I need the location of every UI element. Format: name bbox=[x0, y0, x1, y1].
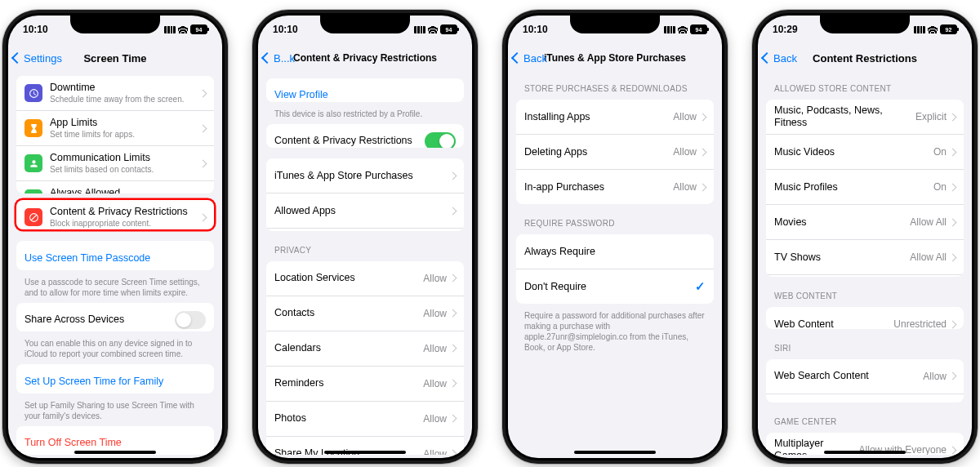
cell-value: Allow bbox=[423, 308, 447, 319]
back-button[interactable]: Settings bbox=[13, 52, 62, 64]
settings-cell[interactable]: Use Screen Time Passcode bbox=[16, 241, 214, 269]
settings-cell[interactable]: Installing AppsAllow bbox=[516, 100, 714, 134]
back-button[interactable]: Back bbox=[763, 52, 797, 64]
battery-icon: 94 bbox=[190, 24, 207, 34]
downtime-icon bbox=[24, 84, 42, 102]
group-header: Store Purchases & Redownloads bbox=[508, 73, 722, 96]
group-footer: Require a password for additional purcha… bbox=[508, 307, 722, 354]
cell-label: App Limits bbox=[50, 117, 200, 129]
settings-cell[interactable]: Music ProfilesOn bbox=[766, 169, 964, 204]
cell-label: iTunes & App Store Purchases bbox=[274, 170, 450, 182]
cell-label: Deleting Apps bbox=[524, 146, 673, 158]
settings-cell[interactable]: Communication LimitsSet limits based on … bbox=[16, 145, 214, 180]
settings-cell[interactable]: Always AllowedChoose apps to allow at al… bbox=[16, 180, 214, 193]
settings-cell[interactable]: In-app PurchasesAllow bbox=[516, 169, 714, 204]
signal-icon bbox=[914, 26, 925, 33]
settings-cell[interactable]: TV ShowsAllow All bbox=[766, 239, 964, 274]
settings-cell[interactable]: Music VideosOn bbox=[766, 134, 964, 169]
nav-bar: BackContent Restrictions bbox=[758, 43, 972, 73]
settings-cell[interactable]: PhotosAllow bbox=[266, 401, 464, 436]
settings-cell[interactable]: Music, Podcasts, News, FitnessExplicit bbox=[766, 100, 964, 134]
chevron-left-icon bbox=[761, 52, 773, 64]
group-header: Siri bbox=[758, 332, 972, 356]
cell-value: Allow bbox=[923, 371, 947, 382]
settings-cell[interactable]: View Profile bbox=[266, 78, 464, 102]
back-label: B...k bbox=[274, 52, 295, 64]
settings-cell[interactable]: Content & Privacy Restrictions bbox=[266, 124, 464, 148]
chevron-left-icon bbox=[11, 52, 23, 64]
group-header: Web Content bbox=[758, 280, 972, 304]
settings-cell[interactable]: Location ServicesAllow bbox=[266, 261, 464, 296]
back-button[interactable]: B...k bbox=[263, 52, 295, 64]
settings-group: Web Search ContentAllowExplicit Language… bbox=[766, 359, 964, 403]
settings-cell[interactable]: Content Restrictions bbox=[266, 228, 464, 231]
cell-label: Music Videos bbox=[774, 146, 933, 158]
cell-value: On bbox=[933, 181, 947, 193]
settings-cell[interactable]: ContactsAllow bbox=[266, 296, 464, 331]
settings-cell[interactable]: MoviesAllow All bbox=[766, 204, 964, 239]
settings-group: Share Across Devices bbox=[16, 303, 214, 331]
settings-cell[interactable]: RemindersAllow bbox=[266, 366, 464, 401]
settings-group: DowntimeSchedule time away from the scre… bbox=[16, 76, 214, 193]
cell-label: Share Across Devices bbox=[24, 314, 175, 326]
settings-cell[interactable]: Web Search ContentAllow bbox=[766, 359, 964, 394]
chevron-right-icon bbox=[449, 171, 457, 180]
cell-label: Always Allowed bbox=[50, 187, 200, 193]
cell-label: Movies bbox=[774, 216, 910, 229]
signal-icon bbox=[164, 26, 176, 33]
home-indicator[interactable] bbox=[74, 451, 156, 454]
group-header: Allowed Store Content bbox=[758, 73, 972, 96]
settings-cell[interactable]: Content & Privacy RestrictionsBlock inap… bbox=[16, 200, 214, 229]
settings-cell[interactable]: BooksExplicit bbox=[766, 274, 964, 277]
home-indicator[interactable] bbox=[824, 451, 906, 454]
settings-cell[interactable]: Set Up Screen Time for Family bbox=[16, 364, 214, 393]
settings-group: Installing AppsAllowDeleting AppsAllowIn… bbox=[516, 100, 714, 204]
nav-bar: B...kContent & Privacy Restrictions bbox=[258, 43, 472, 73]
signal-icon bbox=[664, 26, 675, 33]
chevron-right-icon bbox=[949, 372, 957, 380]
settings-group: View Profile bbox=[266, 78, 464, 102]
cell-sublabel: Set limits based on contacts. bbox=[50, 165, 200, 175]
back-label: Settings bbox=[24, 52, 62, 64]
cell-label: Music, Podcasts, News, Fitness bbox=[774, 105, 915, 129]
cell-label: Content & Privacy Restrictions bbox=[50, 206, 200, 218]
toggle-switch[interactable] bbox=[425, 132, 456, 148]
cell-value: Allow bbox=[423, 448, 447, 455]
settings-cell[interactable]: Always Require bbox=[516, 234, 714, 269]
settings-cell[interactable]: Explicit LanguageAllow bbox=[766, 394, 964, 403]
settings-cell[interactable]: iTunes & App Store Purchases bbox=[266, 158, 464, 193]
cell-label: Don't Require bbox=[524, 281, 695, 293]
cell-value: Allow bbox=[423, 273, 447, 284]
chevron-left-icon bbox=[261, 52, 273, 64]
settings-cell[interactable]: Allowed Apps bbox=[266, 193, 464, 228]
settings-cell[interactable]: DowntimeSchedule time away from the scre… bbox=[16, 76, 214, 110]
settings-cell[interactable]: App LimitsSet time limits for apps. bbox=[16, 110, 214, 145]
comm-icon bbox=[24, 154, 42, 172]
settings-cell[interactable]: Web ContentUnrestricted bbox=[766, 307, 964, 329]
cell-label: Turn Off Screen Time bbox=[24, 437, 206, 449]
nav-bar: BackiTunes & App Store Purchases bbox=[508, 43, 722, 73]
cell-value: On bbox=[933, 146, 947, 158]
status-time: 10:10 bbox=[523, 24, 548, 35]
settings-group: Content & Privacy Restrictions bbox=[266, 124, 464, 148]
cell-value: Allow bbox=[673, 111, 697, 122]
home-indicator[interactable] bbox=[324, 451, 406, 454]
toggle-switch[interactable] bbox=[175, 311, 206, 329]
settings-cell[interactable]: CalendarsAllow bbox=[266, 331, 464, 366]
cell-value: Allow bbox=[423, 343, 447, 354]
chevron-right-icon bbox=[949, 253, 957, 261]
home-indicator[interactable] bbox=[574, 451, 656, 454]
settings-group: Use Screen Time Passcode bbox=[16, 241, 214, 269]
settings-group: Always RequireDon't Require✓ bbox=[516, 234, 714, 304]
cell-label: Installing Apps bbox=[524, 111, 673, 123]
hourglass-icon bbox=[24, 119, 42, 137]
back-button[interactable]: Back bbox=[513, 52, 547, 64]
chevron-right-icon bbox=[199, 159, 207, 167]
settings-cell[interactable]: Don't Require✓ bbox=[516, 269, 714, 304]
chevron-right-icon bbox=[449, 207, 457, 215]
chevron-right-icon bbox=[449, 345, 457, 353]
settings-cell[interactable]: Deleting AppsAllow bbox=[516, 134, 714, 169]
group-header: Require Password bbox=[508, 207, 722, 231]
group-footer: You can enable this on any device signed… bbox=[8, 335, 222, 361]
settings-cell[interactable]: Share Across Devices bbox=[16, 303, 214, 331]
